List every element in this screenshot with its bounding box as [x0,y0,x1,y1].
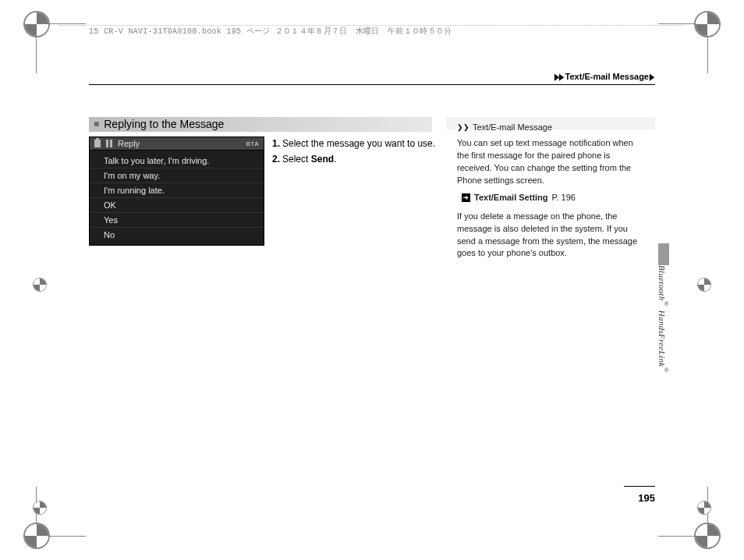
instruction-steps: 1.Select the message you want to use. 2.… [272,137,436,168]
info-title: ❯❯ Text/E-mail Message [457,122,644,134]
step-suffix: . [334,154,336,165]
side-label-part-a: Bluetooth [657,265,667,300]
info-paragraph: If you delete a message on the phone, th… [457,211,644,261]
step-text: Select the message you want to use. [282,138,435,149]
reply-header-label: Reply [118,139,140,148]
bluetooth-indicator: BTA [246,140,259,147]
book-stamp: 15 CR-V NAVI-31T0A8100.book 195 ページ ２０１４… [89,26,452,37]
section-title: ■ Replying to the Message [89,117,432,132]
reference-label: Text/Email Setting [474,192,548,204]
step-number: 1. [272,138,280,149]
step-text: Select [282,154,311,165]
cross-reference: ➔ Text/Email Setting P. 196 [462,192,644,204]
registered-icon: ® [663,300,670,307]
reply-screen: Reply BTA Talk to you later, I'm driving… [89,136,264,246]
reference-page: P. 196 [552,192,576,204]
divider [624,486,655,487]
reply-option[interactable]: Yes [90,213,264,228]
chevron-right-icon: ▶▶ [554,72,563,82]
pause-icon [105,140,113,147]
double-chevron-icon: ❯❯ [457,122,469,133]
step-bold: Send [311,154,334,165]
section-title-text: Replying to the Message [104,117,224,132]
step-1: 1.Select the message you want to use. [272,137,436,150]
chevron-right-icon: ▶ [650,72,654,82]
registration-mark-tr [672,12,719,59]
registration-mark-right-bot [693,496,716,519]
registered-icon: ® [663,367,670,374]
square-bullet-icon: ■ [94,117,99,132]
registration-mark-tl [25,12,72,59]
page-number: 195 [638,492,655,504]
step-number: 2. [272,154,280,165]
registration-mark-right-mid [693,273,716,296]
reply-option[interactable]: No [90,228,264,242]
reply-screen-header: Reply BTA [90,137,264,151]
reply-option[interactable]: OK [90,198,264,213]
reply-option[interactable]: Talk to you later, I'm driving. [90,154,264,168]
breadcrumb: ▶▶Text/E-mail Message▶ [553,72,655,82]
breadcrumb-text: Text/E-mail Message [565,72,649,81]
info-title-text: Text/E-mail Message [473,122,552,134]
reply-option[interactable]: I'm on my way. [90,168,264,183]
info-panel: ❯❯ Text/E-mail Message You can set up te… [446,117,655,129]
step-2: 2.Select Send. [272,153,436,165]
reply-option[interactable]: I'm running late. [90,183,264,198]
info-paragraph: You can set up text message notification… [457,137,644,187]
side-label-part-b: HandsFreeLink [657,308,667,367]
battery-icon [94,140,101,147]
registration-mark-left-bot [28,496,51,519]
side-section-label: Bluetooth® HandsFreeLink® [657,265,670,374]
side-tab-marker [658,243,669,265]
registration-mark-left-mid [28,273,51,296]
reply-option-list: Talk to you later, I'm driving. I'm on m… [90,151,264,245]
divider [89,84,655,85]
link-icon: ➔ [462,193,470,202]
